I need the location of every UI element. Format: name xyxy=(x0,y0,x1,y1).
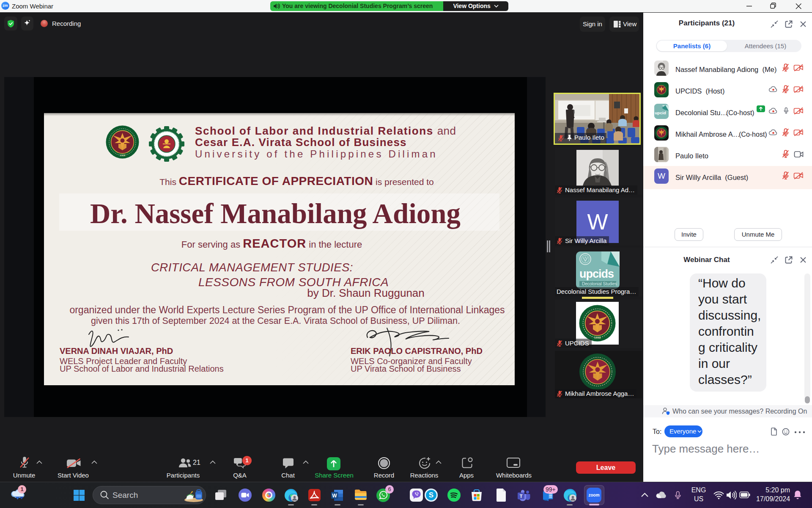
svg-text:W: W xyxy=(332,493,337,499)
svg-text:1908: 1908 xyxy=(120,154,126,157)
svg-text:1908: 1908 xyxy=(594,336,601,339)
svg-text:upcids: upcids xyxy=(579,268,614,280)
svg-text:upcid: upcid xyxy=(655,110,666,115)
svg-text:Decolonial Studies: Decolonial Studies xyxy=(582,282,617,286)
svg-text:T: T xyxy=(520,494,523,499)
